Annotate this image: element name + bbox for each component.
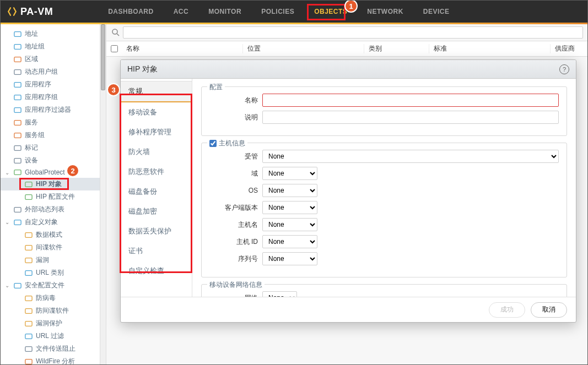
svg-rect-6 xyxy=(14,107,21,112)
callout-badge-3: 3 xyxy=(107,83,120,96)
select-network[interactable]: None xyxy=(262,291,297,297)
sidebar-item[interactable]: 应用程序过滤器 xyxy=(1,103,100,116)
sidebar-item[interactable]: 文件传送阻止 xyxy=(1,342,100,355)
chevron-down-icon: ⌄ xyxy=(5,282,10,288)
sidebar-item-label: 标记 xyxy=(25,143,38,152)
search-input[interactable] xyxy=(123,26,583,39)
tree-node-icon xyxy=(14,94,21,101)
sidebar-item[interactable]: 区域 xyxy=(1,53,100,66)
sidebar-item-label: WildFire 分析 xyxy=(36,357,75,364)
sidebar-item-label: 应用程序过滤器 xyxy=(25,105,71,115)
svg-rect-9 xyxy=(14,145,21,150)
sidebar-item[interactable]: 外部动态列表 xyxy=(1,203,100,216)
top-nav: PA-VM DASHBOARDACCMONITORPOLICIESOBJECTS… xyxy=(1,1,587,23)
sidebar-item[interactable]: 数据模式 xyxy=(1,228,100,241)
sidebar-item-label: HIP 配置文件 xyxy=(36,192,75,201)
tree-node-icon xyxy=(14,168,21,176)
sidebar-item[interactable]: 漏洞保护 xyxy=(1,317,100,330)
nav-item-network[interactable]: NETWORK xyxy=(367,8,403,15)
sidebar-item[interactable]: 漏洞 xyxy=(1,254,100,266)
svg-rect-1 xyxy=(14,44,21,49)
sidebar-item[interactable]: 地址 xyxy=(1,28,100,40)
select-all-checkbox[interactable] xyxy=(111,45,118,52)
svg-rect-22 xyxy=(25,308,32,313)
tree-node-icon xyxy=(14,56,21,63)
sidebar-item-label: URL 过滤 xyxy=(36,331,64,341)
sidebar-item[interactable]: 地址组 xyxy=(1,40,100,53)
input-name[interactable] xyxy=(262,94,559,107)
sidebar-item-label: 服务 xyxy=(25,118,38,127)
svg-rect-17 xyxy=(25,245,32,250)
tree-node-icon xyxy=(14,30,21,38)
svg-rect-21 xyxy=(25,296,32,301)
help-icon[interactable]: ? xyxy=(559,64,569,74)
sidebar-item[interactable]: URL 过滤 xyxy=(1,330,100,342)
legend-config: 配置 xyxy=(207,83,225,92)
checkbox-host-info[interactable] xyxy=(209,140,217,147)
col-criteria[interactable]: 标准 xyxy=(429,44,551,53)
col-location[interactable]: 位置 xyxy=(243,44,364,53)
tree-node-icon xyxy=(14,132,21,139)
sidebar-item-label: 动态用户组 xyxy=(25,67,58,77)
svg-rect-26 xyxy=(25,359,32,364)
col-category[interactable]: 类别 xyxy=(364,44,429,53)
sidebar-item[interactable]: ⌄自定义对象 xyxy=(1,216,100,228)
host-row-label: 主机 ID xyxy=(209,237,258,247)
svg-rect-16 xyxy=(25,232,32,237)
host-row-select[interactable]: None xyxy=(262,150,559,163)
tree-node-icon xyxy=(14,119,21,127)
host-row-label: 序列号 xyxy=(209,254,258,264)
label-desc: 说明 xyxy=(209,113,258,122)
nav-item-device[interactable]: DEVICE xyxy=(423,8,450,15)
sidebar-item-label: 设备 xyxy=(25,156,38,165)
host-row-select[interactable]: None xyxy=(262,252,317,265)
host-row-select[interactable]: None xyxy=(262,235,317,248)
svg-rect-0 xyxy=(14,31,21,36)
ok-button[interactable]: 成功 xyxy=(489,302,525,318)
sidebar-item[interactable]: ⌄GlobalProtect xyxy=(1,167,100,178)
sidebar-item[interactable]: 标记 xyxy=(1,141,100,154)
sidebar-item-label: URL 类别 xyxy=(36,268,64,277)
callout-badge-2: 2 xyxy=(66,164,79,177)
brand-icon xyxy=(7,7,17,17)
svg-rect-11 xyxy=(14,170,21,175)
col-name[interactable]: 名称 xyxy=(122,44,243,53)
sidebar-item[interactable]: 防间谍软件 xyxy=(1,304,100,317)
sidebar-item-label: 数据模式 xyxy=(36,230,62,239)
col-vendor[interactable]: 供应商 xyxy=(551,44,587,53)
nav-item-acc[interactable]: ACC xyxy=(174,8,189,15)
nav-item-dashboard[interactable]: DASHBOARD xyxy=(108,8,154,15)
sidebar-item[interactable]: 应用程序组 xyxy=(1,91,100,103)
cancel-button[interactable]: 取消 xyxy=(531,302,567,318)
sidebar-item[interactable]: URL 类别 xyxy=(1,266,100,279)
sidebar-item[interactable]: 动态用户组 xyxy=(1,66,100,78)
svg-rect-4 xyxy=(14,82,21,87)
sidebar-item[interactable]: 应用程序 xyxy=(1,78,100,91)
svg-rect-20 xyxy=(14,283,21,288)
fieldset-mobile: 移动设备网络信息 网络 None 该匹配条件仅适用于移动设备。 xyxy=(201,284,567,297)
sidebar-item[interactable]: ⌄安全配置文件 xyxy=(1,279,100,292)
host-row-select[interactable]: None xyxy=(262,184,317,197)
nav-item-monitor[interactable]: MONITOR xyxy=(208,8,241,15)
host-row-select[interactable]: None xyxy=(262,201,317,214)
input-desc[interactable] xyxy=(262,111,559,124)
host-row-select[interactable]: None xyxy=(262,218,317,231)
sidebar-item-label: GlobalProtect xyxy=(25,168,65,176)
svg-rect-3 xyxy=(14,69,21,74)
sidebar-item[interactable]: 服务 xyxy=(1,116,100,129)
sidebar-item-label: 应用程序组 xyxy=(25,92,58,102)
sidebar-scrollbar[interactable] xyxy=(100,24,106,364)
sidebar-item[interactable]: 防病毒 xyxy=(1,292,100,304)
legend-host-text: 主机信息 xyxy=(219,139,245,148)
sidebar-item[interactable]: 间谍软件 xyxy=(1,241,100,254)
nav-item-policies[interactable]: POLICIES xyxy=(261,8,294,15)
sidebar-item[interactable]: 服务组 xyxy=(1,129,100,141)
sidebar-item[interactable]: HIP 配置文件 xyxy=(1,190,100,203)
tree-node-icon xyxy=(25,257,33,264)
search-icon xyxy=(111,28,121,37)
sidebar-item[interactable]: WildFire 分析 xyxy=(1,355,100,364)
host-row-select[interactable]: None xyxy=(262,167,317,180)
sidebar-item[interactable]: 设备 xyxy=(1,154,100,167)
tree-node-icon xyxy=(14,106,21,114)
scroll-thumb[interactable] xyxy=(101,24,105,90)
